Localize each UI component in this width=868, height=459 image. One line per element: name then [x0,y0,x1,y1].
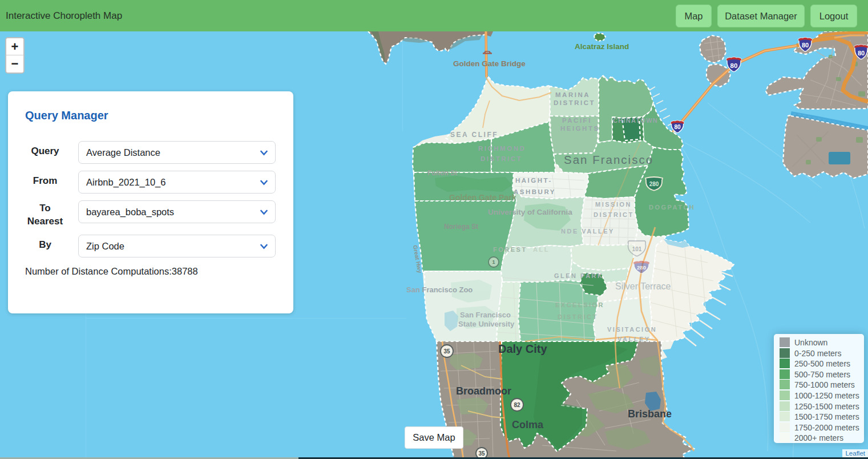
svg-text:1: 1 [492,259,495,265]
svg-text:ASHBURY: ASHBURY [514,188,556,195]
svg-text:SEA CLIFF: SEA CLIFF [450,131,498,139]
svg-text:HAIGHT-: HAIGHT- [515,177,552,184]
svg-text:Colma: Colma [512,419,544,430]
svg-text:Noriega St: Noriega St [444,223,478,231]
svg-text:CHINATOWN: CHINATOWN [613,117,658,124]
svg-text:RICHMOND: RICHMOND [478,145,526,152]
svg-text:35: 35 [478,450,485,457]
svg-text:Silver Terrace: Silver Terrace [615,281,671,291]
svg-text:DISTRICT: DISTRICT [481,155,522,162]
svg-text:280: 280 [649,181,659,187]
svg-text:80: 80 [858,50,865,57]
svg-text:University of California: University of California [488,208,572,216]
svg-text:EXCELSIOR: EXCELSIOR [555,301,604,308]
svg-text:ALL: ALL [533,246,550,253]
svg-text:HEIGHTS: HEIGHTS [560,125,600,132]
svg-text:DISTRICT: DISTRICT [594,211,634,218]
svg-text:State University: State University [458,320,515,328]
svg-text:FOREST: FOREST [493,246,527,253]
svg-text:MISSION: MISSION [595,201,632,208]
svg-text:DISTRICT: DISTRICT [558,313,598,320]
svg-text:82: 82 [514,402,520,408]
svg-text:80: 80 [674,124,681,130]
svg-text:80: 80 [730,62,738,69]
svg-text:San Francisco: San Francisco [564,153,653,166]
svg-text:VISITACION: VISITACION [607,326,657,333]
svg-text:VALLEY: VALLEY [617,336,651,343]
svg-text:PACIFI: PACIFI [562,117,592,124]
svg-text:Golden Gate Park: Golden Gate Park [449,193,516,202]
svg-text:35: 35 [443,348,450,355]
svg-text:GLEN PARK: GLEN PARK [554,272,603,279]
svg-text:Broadmoor: Broadmoor [456,385,511,397]
svg-text:Golden Gate Bridge: Golden Gate Bridge [453,59,526,68]
svg-text:Brisbane: Brisbane [628,408,672,420]
svg-text:101: 101 [632,246,642,252]
svg-text:NDE VALLEY: NDE VALLEY [561,228,615,235]
svg-text:DOGPATCH: DOGPATCH [649,204,695,211]
svg-text:Fulton St: Fulton St [427,169,457,177]
svg-text:MARINA: MARINA [555,91,590,98]
svg-text:Daly City: Daly City [498,343,547,355]
svg-text:San Francisco: San Francisco [460,311,511,319]
svg-text:Alcatraz Island: Alcatraz Island [575,42,629,51]
svg-text:80: 80 [802,42,809,49]
svg-text:280: 280 [637,264,646,271]
svg-text:San Francisco Zoo: San Francisco Zoo [406,285,473,294]
svg-text:DISTRICT: DISTRICT [554,99,595,106]
